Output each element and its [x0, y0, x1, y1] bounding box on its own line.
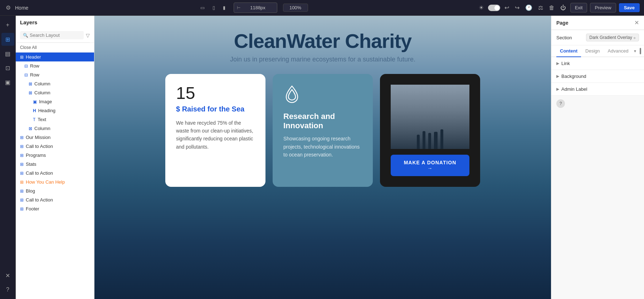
- desktop-icon[interactable]: ▭: [198, 3, 207, 12]
- panel-tabs-row: Content Design Advanced ▾: [551, 45, 644, 57]
- home-label: Home: [15, 5, 28, 11]
- help-sidebar-icon[interactable]: ?: [1, 283, 14, 296]
- hero-title: CleanWater Charity: [230, 30, 415, 52]
- section-value[interactable]: Dark Gradient Overlay ⬦: [586, 34, 639, 41]
- widgets-icon[interactable]: ⊡: [1, 61, 14, 74]
- layer-label-heading: Heading: [38, 108, 90, 113]
- undo-icon[interactable]: ↩: [503, 3, 511, 13]
- layer-label-blog: Blog: [26, 188, 90, 194]
- tab-square-icon: [640, 48, 641, 54]
- canvas-area[interactable]: CleanWater Charity Join us in preserving…: [94, 16, 551, 299]
- filter-icon[interactable]: ▽: [86, 33, 90, 38]
- link-section-row[interactable]: ▶ Link: [551, 57, 644, 70]
- col3-layer-icon: ⊠: [29, 126, 32, 131]
- save-button[interactable]: Save: [619, 3, 640, 12]
- sun-icon[interactable]: ☀: [477, 3, 485, 13]
- preview-button[interactable]: Preview: [590, 3, 616, 13]
- layout-icon[interactable]: ⚖: [537, 3, 545, 13]
- search-input-wrap: 🔍: [20, 31, 84, 39]
- layer-item-ourmission[interactable]: ⊞ Our Mission: [16, 133, 94, 142]
- stats-layer-icon: ⊞: [20, 162, 24, 167]
- layer-label-header: Header: [26, 54, 90, 60]
- layer-label-col1: Column: [34, 81, 90, 86]
- background-chevron-icon: ▶: [556, 74, 559, 79]
- tablet-icon[interactable]: ▯: [210, 3, 218, 12]
- card2-heading: Research and Innovation: [283, 112, 362, 131]
- layer-item-cta2[interactable]: ⊞ Call to Action: [16, 169, 94, 178]
- page-label: Page: [556, 20, 568, 26]
- silhouette-4: [434, 132, 438, 149]
- layer-item-text[interactable]: T Text: [16, 115, 94, 124]
- header-layer-icon: ⊞: [20, 55, 24, 60]
- layer-item-heading[interactable]: H Heading: [16, 106, 94, 115]
- layer-item-col1[interactable]: ⊠ Column: [16, 79, 94, 88]
- search-icon: 🔍: [23, 33, 28, 38]
- media-icon[interactable]: ▣: [1, 76, 14, 89]
- add-icon[interactable]: +: [1, 19, 14, 31]
- layer-item-col3[interactable]: ⊠ Column: [16, 124, 94, 133]
- topbar-center: ▭ ▯ ▮ ⊢: [33, 3, 473, 13]
- tab-advanced[interactable]: Advanced: [604, 45, 632, 57]
- layer-item-row2[interactable]: ⊟ Row: [16, 70, 94, 79]
- link-section: ▶ Link: [551, 57, 644, 70]
- layer-item-header[interactable]: ⊞ Header: [16, 53, 94, 61]
- viewport-control[interactable]: ⊢: [234, 3, 277, 13]
- layer-item-blog[interactable]: ⊞ Blog: [16, 186, 94, 195]
- admin-label-section: ▶ Admin Label: [551, 83, 644, 96]
- background-section-row[interactable]: ▶ Background: [551, 70, 644, 83]
- layer-item-howyoucanhelp[interactable]: ⊞ How You Can Help: [16, 178, 94, 186]
- card-text: We have recycled 75% of the waste from o…: [176, 119, 255, 151]
- redo-icon[interactable]: ↪: [513, 3, 521, 13]
- tab-content[interactable]: Content: [556, 45, 581, 57]
- close-all-button[interactable]: Close All: [16, 43, 94, 53]
- card-number: 15: [176, 85, 255, 102]
- cta2-layer-icon: ⊞: [20, 171, 24, 176]
- tab-design[interactable]: Design: [582, 45, 603, 57]
- settings2-icon[interactable]: ✕: [1, 269, 14, 282]
- admin-label-section-row[interactable]: ▶ Admin Label: [551, 83, 644, 95]
- hero-subtitle: Join us in preserving marine ecosystems …: [230, 56, 415, 63]
- zoom-input[interactable]: [283, 4, 308, 12]
- layers-icon[interactable]: ⊞: [1, 33, 14, 46]
- layer-item-image[interactable]: ▣ Image: [16, 97, 94, 106]
- row2-layer-icon: ⊟: [24, 73, 28, 78]
- silhouette-5: [440, 129, 443, 149]
- layer-item-footer[interactable]: ⊞ Footer: [16, 204, 94, 213]
- layer-label-row2: Row: [30, 72, 90, 78]
- theme-toggle[interactable]: [488, 5, 500, 11]
- power-icon[interactable]: ⏻: [559, 3, 567, 13]
- mobile-icon[interactable]: ▮: [220, 3, 228, 12]
- layer-item-stats[interactable]: ⊞ Stats: [16, 160, 94, 169]
- layer-label-cta2: Call to Action: [26, 170, 90, 176]
- search-input[interactable]: [30, 33, 81, 38]
- text-layer-icon: T: [33, 117, 35, 122]
- close-panel-button[interactable]: ✕: [634, 19, 639, 26]
- cta1-layer-icon: ⊞: [20, 144, 24, 149]
- layer-label-col3: Column: [34, 126, 90, 131]
- history-icon[interactable]: 🕐: [524, 3, 534, 13]
- pages-icon[interactable]: ▤: [1, 47, 14, 60]
- layer-label-cta1: Call to Action: [26, 144, 90, 149]
- row1-layer-icon: ⊟: [24, 64, 28, 69]
- card-donation: MAKE A DONATION →: [380, 74, 480, 187]
- trash-icon[interactable]: 🗑: [547, 3, 556, 13]
- settings-icon[interactable]: ⚙: [4, 3, 12, 13]
- card-raised-for-sea: 15 $ Raised for the Sea We have recycled…: [165, 74, 265, 187]
- layer-item-col2[interactable]: ⊠ Column: [16, 88, 94, 97]
- silhouettes-group: [391, 129, 469, 149]
- layer-item-row1[interactable]: ⊟ Row: [16, 61, 94, 70]
- donate-button[interactable]: MAKE A DONATION →: [391, 155, 469, 176]
- canvas-content: CleanWater Charity Join us in preserving…: [94, 16, 551, 299]
- layer-item-programs[interactable]: ⊞ Programs: [16, 151, 94, 160]
- link-chevron-icon: ▶: [556, 61, 559, 66]
- card-image: [391, 85, 469, 149]
- exit-button[interactable]: Exit: [570, 3, 587, 13]
- layer-item-cta3[interactable]: ⊞ Call to Action: [16, 195, 94, 204]
- viewport-input[interactable]: [242, 4, 274, 11]
- help-button[interactable]: ?: [556, 99, 565, 108]
- silhouette-2: [423, 131, 425, 149]
- layer-item-cta1[interactable]: ⊞ Call to Action: [16, 142, 94, 151]
- layer-label-row1: Row: [30, 63, 90, 69]
- tabs-arrow-icon[interactable]: ▾: [633, 46, 638, 56]
- link-label: Link: [561, 61, 570, 66]
